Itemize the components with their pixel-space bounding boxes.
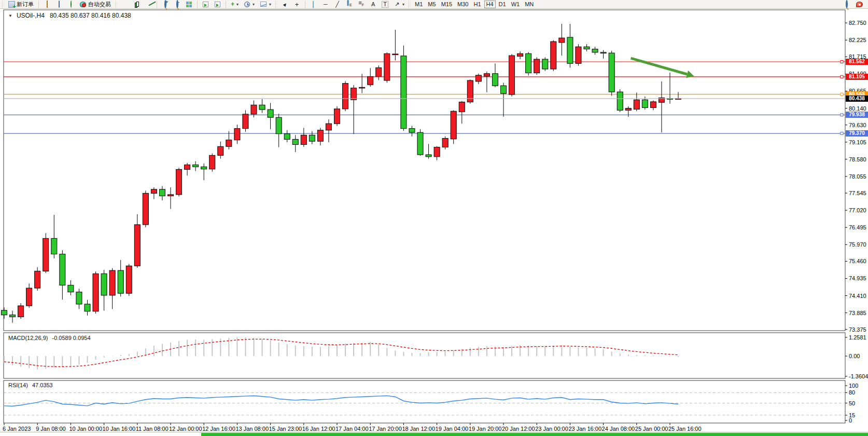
horizontal-line-tool-button[interactable]: ─: [320, 1, 331, 8]
new-chart-button[interactable]: [200, 1, 211, 8]
candle-body: [642, 100, 648, 107]
search-icon[interactable]: [846, 0, 848, 8]
time-axis-label: 17 Jan 20:00: [369, 426, 402, 432]
price-axis-tick: 75.970: [849, 241, 866, 248]
vertical-line-tool-button[interactable]: │: [308, 1, 319, 8]
timeframe-button-m30[interactable]: M30: [455, 1, 470, 8]
tile-windows-button[interactable]: [184, 1, 194, 8]
chart-canvas[interactable]: [0, 9, 868, 432]
trendline-icon: ╱: [334, 1, 341, 8]
level-price-label: 79.370: [846, 130, 868, 137]
text-label-tool-button[interactable]: T: [380, 1, 390, 8]
candle-body: [584, 47, 590, 49]
candle-body: [393, 54, 398, 55]
time-axis-label: 24 Jan 08:00: [602, 426, 635, 432]
toolbar-grip[interactable]: [115, 1, 117, 8]
chevron-down-icon: ▾: [269, 2, 271, 7]
bar-chart-mode-button[interactable]: [119, 1, 130, 8]
add-indicator-icon: +: [231, 1, 234, 8]
time-axis-label: 10 Jan 16:00: [103, 426, 136, 432]
profile-button[interactable]: [53, 1, 64, 8]
candle-body: [168, 195, 174, 196]
candle-body: [326, 124, 331, 130]
level-price-label: 81.562: [846, 59, 868, 65]
timeframe-button-m1[interactable]: M1: [413, 1, 425, 8]
status-strip-green-bar: [201, 433, 868, 436]
timeframe-button-h4[interactable]: H4: [484, 1, 496, 8]
candle-body: [151, 189, 157, 194]
trendline-tool-button[interactable]: ╱: [332, 1, 343, 8]
crosshair-icon: +: [293, 1, 300, 8]
cursor-icon: ►: [280, 0, 289, 9]
template-button[interactable]: ▾: [258, 1, 273, 8]
macd-axis-tick: 0.00: [849, 353, 860, 359]
timeframe-button-mn[interactable]: MN: [523, 1, 536, 8]
fibonacci-tool-button[interactable]: ≡F: [356, 1, 367, 8]
rsi-axis-tick: 80: [849, 389, 855, 396]
price-axis-tick: 79.105: [849, 139, 866, 145]
candle-body: [209, 155, 215, 169]
toolbar-grip[interactable]: [275, 1, 277, 8]
zoom-in-button[interactable]: +: [160, 1, 171, 8]
trading-platform-window: 新订单 自动交易 + - +▾ ▾ ▾ ► + │ ─ ╱ ∥E ≡F A: [0, 0, 868, 436]
current-price-label: 80.438: [846, 96, 868, 102]
candle-body: [475, 75, 481, 81]
candle-body: [459, 102, 465, 112]
text-label-icon: T: [382, 1, 388, 8]
candle-body: [60, 254, 65, 285]
profile-icon: [59, 1, 60, 8]
candle-body: [226, 140, 232, 147]
timeframe-button-m15[interactable]: M15: [439, 1, 454, 8]
signals-button[interactable]: [65, 1, 76, 8]
zoom-out-button[interactable]: -: [172, 1, 183, 8]
candle-body: [542, 59, 548, 69]
arrows-tool-button[interactable]: ↗▾: [391, 1, 407, 8]
time-axis-label: 23 Jan 16:00: [568, 426, 601, 432]
timeframe-button-m5[interactable]: M5: [426, 1, 438, 8]
price-axis-tick: 76.495: [849, 224, 866, 230]
crosshair-tool-button[interactable]: +: [291, 1, 302, 8]
candlestick-icon: [134, 2, 139, 7]
toolbar-separator: [38, 1, 39, 8]
auto-trading-button[interactable]: 自动交易: [77, 1, 113, 8]
time-axis-label: 12 Jan 00:00: [169, 426, 202, 432]
candle-body: [93, 274, 99, 311]
period-button[interactable]: ▾: [242, 1, 257, 8]
timeframe-button-d1[interactable]: D1: [497, 1, 508, 8]
text-tool-button[interactable]: A: [368, 1, 379, 8]
chevron-down-icon: ▾: [236, 2, 239, 7]
line-chart-mode-button[interactable]: [143, 1, 154, 8]
candle-body: [259, 105, 265, 110]
candle-body: [650, 102, 656, 107]
candlestick-mode-button[interactable]: [131, 1, 142, 8]
channel-tool-button[interactable]: ∥E: [344, 1, 355, 8]
new-order-button[interactable]: 新订单: [6, 1, 36, 8]
time-axis-label: 17 Jan 04:00: [335, 426, 369, 432]
candle-body: [51, 238, 57, 254]
price-axis-tick: 82.225: [849, 37, 866, 43]
candle-body: [551, 42, 556, 69]
time-axis-label: 12 Jan 16:00: [202, 426, 235, 432]
cursor-tool-button[interactable]: ►: [279, 1, 290, 8]
quotes-button[interactable]: [41, 1, 52, 8]
indicator-window-icon: [215, 2, 220, 7]
candle-body: [2, 310, 7, 315]
auto-trading-icon: [80, 2, 86, 7]
price-axis-tick: 74.410: [849, 293, 866, 299]
timeframe-button-h1[interactable]: H1: [471, 1, 483, 8]
add-indicator-button[interactable]: +▾: [229, 1, 241, 8]
status-strip: [0, 432, 868, 436]
candle-body: [401, 56, 407, 129]
toolbar-grip[interactable]: [2, 1, 4, 8]
indicator-window-button[interactable]: [212, 1, 223, 8]
chart-window[interactable]: ▼ USOil-,H4 80.435 80.637 80.416 80.438 …: [0, 9, 868, 432]
timeframe-button-w1[interactable]: W1: [509, 1, 522, 8]
text-icon: A: [370, 1, 376, 8]
candle-body: [592, 49, 598, 52]
candle-body: [359, 87, 365, 88]
chart-title-bar[interactable]: ▼ USOil-,H4 80.435 80.637 80.416 80.438: [8, 12, 131, 19]
chat-notification-icon[interactable]: [856, 2, 863, 7]
macd-pane[interactable]: [4, 333, 845, 378]
rsi-pane[interactable]: [4, 380, 845, 423]
toolbar-grip[interactable]: [409, 1, 411, 8]
